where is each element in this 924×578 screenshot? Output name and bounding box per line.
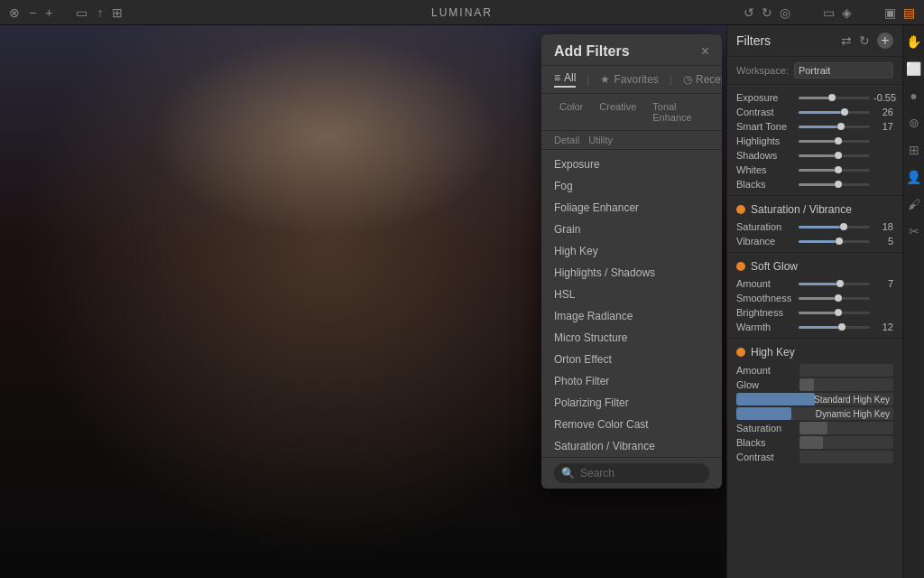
hk-dynamic-bar[interactable]: Dynamic High Key [736,407,893,420]
blacks-label: Blacks [736,179,795,190]
person-tool-icon[interactable]: 👤 [906,170,921,184]
filter-list-item[interactable]: Photo Filter [541,370,722,392]
crop-tool-icon[interactable]: ⬜ [906,61,921,76]
filter-list: ExposureFogFoliage EnhancerGrainHigh Key… [541,150,722,457]
monitor-icon[interactable]: ▭ [823,5,835,20]
filter-refresh-icon[interactable]: ↻ [859,33,870,48]
hand-tool-icon[interactable]: ✋ [906,34,921,49]
shadows-slider-row: Shadows [727,148,902,163]
star-icon: ★ [600,73,610,86]
vibrance-slider-row: Vibrance 5 [727,234,902,248]
filter-item-name: HSL [554,288,575,301]
shadows-track[interactable] [799,154,870,157]
blacks-track[interactable] [799,183,870,186]
redo-icon[interactable]: ↻ [762,5,772,20]
hk-standard-row: Standard High Key [736,393,893,406]
titlebar: ⊗ − + ▭ ↑ ⊞ LUMINAR ↺ ↻ ◎ ▭ ◈ ▣ ▤ [0,0,924,25]
highkey-section: High Key Amount Glow [727,342,902,467]
tab-recent[interactable]: ◷ Recent [683,73,722,86]
filter-list-item[interactable]: Fog [541,175,722,197]
filter-list-item[interactable]: Orton Effect [541,349,722,370]
search-input[interactable] [580,467,702,480]
saturation-track[interactable] [799,226,870,228]
hk-saturation-bar[interactable] [799,422,893,434]
filter-list-item[interactable]: Exposure [541,154,722,175]
softglow-smoothness-track[interactable] [799,297,870,300]
softglow-brightness-track[interactable] [799,312,870,314]
highlights-track[interactable] [799,140,870,143]
window-layout-icon[interactable]: ▣ [884,5,896,20]
filter-list-item[interactable]: Saturation / Vibrance [541,435,722,457]
filter-tab-tonal[interactable]: Tonal Enhance [647,99,709,125]
modal-header: Add Filters × [541,34,722,66]
filter-list-item[interactable]: High Key [541,240,722,262]
titlebar-right: ↺ ↻ ◎ ▭ ◈ ▣ ▤ [744,5,915,20]
hk-saturation-label: Saturation [736,423,799,434]
filter-list-item[interactable]: Grain [541,219,722,240]
saturation-dot [736,205,745,214]
layers-icon[interactable]: ◈ [842,5,852,20]
modal-close-button[interactable]: × [701,43,709,60]
add-filter-button[interactable]: + [877,33,893,49]
filter-list-item[interactable]: Foliage Enhancer [541,197,722,219]
modal-sub-tabs: Detail Utility [541,131,722,150]
filter-tab-color[interactable]: Color [554,99,588,125]
search-wrapper: 🔍 [554,463,709,483]
softglow-section: Soft Glow Amount 7 Smoothness [727,256,902,334]
window-minimize-icon[interactable]: − [29,5,36,20]
contrast-track[interactable] [799,111,870,114]
brush-tool-icon[interactable]: ● [910,89,917,103]
filter-item-name: Fog [554,180,573,192]
softglow-warmth-track[interactable] [799,326,870,329]
transform-tool-icon[interactable]: ⊞ [909,143,919,157]
smarttone-track[interactable] [799,126,870,128]
highkey-section-header[interactable]: High Key [727,342,902,362]
filter-list-item[interactable]: Remove Color Cast [541,414,722,435]
hk-blacks-bar[interactable] [799,436,893,449]
hk-glow-bar[interactable] [799,378,893,391]
hk-contrast-bar[interactable] [799,451,893,463]
grid-icon[interactable]: ▤ [903,5,915,20]
modal-filter-tabs: Color Creative Tonal Enhance [541,94,722,131]
filter-item-name: Photo Filter [554,375,609,387]
filter-item-name: High Key [554,245,598,257]
panels-icon[interactable]: ⊞ [112,5,123,20]
sub-tab-detail[interactable]: Detail [554,135,579,145]
sub-tab-utility[interactable]: Utility [588,135,613,145]
workspace-select[interactable]: Portrait Landscape Street Custom [794,62,893,79]
filter-list-item[interactable]: Micro Structure [541,327,722,349]
add-filters-modal: Add Filters × ≡ All | ★ Favorites | ◷ Re… [541,34,722,489]
file-icon[interactable]: ▭ [76,5,88,20]
main-layout: Add Filters × ≡ All | ★ Favorites | ◷ Re… [0,25,924,578]
clone-tool-icon[interactable]: ⊚ [909,116,919,130]
softglow-section-header[interactable]: Soft Glow [727,256,902,276]
filter-list-item[interactable]: HSL [541,284,722,305]
window-maximize-icon[interactable]: + [45,5,52,20]
paint-tool-icon[interactable]: 🖌 [908,197,920,211]
window-close-icon[interactable]: ⊗ [9,5,20,20]
saturation-section-header[interactable]: Saturation / Vibrance [727,200,902,219]
healing-tool-icon[interactable]: ✂ [909,224,919,238]
hk-standard-bar[interactable]: Standard High Key [736,393,893,406]
filter-list-item[interactable]: Polarizing Filter [541,392,722,414]
exposure-track[interactable] [799,97,870,99]
filter-tab-creative[interactable]: Creative [594,99,642,125]
undo-icon[interactable]: ↺ [744,5,754,20]
vibrance-track[interactable] [799,240,870,243]
tab-favorites[interactable]: ★ Favorites [600,73,658,86]
highlights-slider-row: Highlights [727,134,902,148]
filter-list-item[interactable]: Highlights / Shadows [541,262,722,284]
crop-icon[interactable]: ◎ [780,5,790,20]
filter-settings-icon[interactable]: ⇄ [841,33,852,48]
whites-track[interactable] [799,169,870,172]
export-icon[interactable]: ↑ [97,5,103,20]
filter-list-item[interactable]: Image Radiance [541,305,722,327]
tab-all[interactable]: ≡ All [554,71,576,88]
hk-amount-bar[interactable] [799,364,893,377]
softglow-dot [736,262,745,271]
search-icon: 🔍 [561,467,575,480]
section-divider-2 [727,252,902,253]
vibrance-label: Vibrance [736,236,795,247]
softglow-amount-track[interactable] [799,283,870,285]
filter-item-name: Image Radiance [554,310,633,322]
